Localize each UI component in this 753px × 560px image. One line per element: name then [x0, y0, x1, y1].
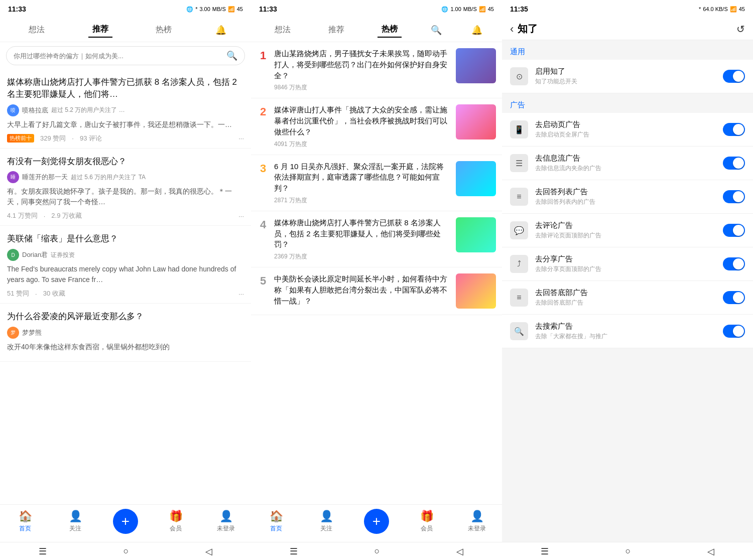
nav-login-2[interactable]: 👤 未登录 — [464, 510, 489, 533]
answer-list-ad-icon: ≡ — [510, 188, 528, 206]
tab-xiang-1[interactable]: 想法 — [25, 23, 49, 37]
settings-item-splash[interactable]: 📱 去启动页广告 去除启动页全屏广告 — [502, 113, 753, 147]
menu-btn-2[interactable]: ☰ — [290, 546, 298, 557]
settings-item-answer-bottom-ad[interactable]: ≡ 去回答底部广告 去除回答底部广告 — [502, 281, 753, 315]
feed-item-2[interactable]: 有没有一刻觉得女朋友很恶心？ 睡 睡莲开的那一天 超过 5.6 万的用户关注了 … — [0, 149, 251, 226]
toggle-comment-ad[interactable] — [723, 224, 745, 237]
member-icon-2: 🎁 — [420, 510, 434, 523]
status-bar-1: 11:33 🌐 * 3.00 MB/S 📶 45 — [0, 0, 251, 18]
panel2: 11:33 🌐 1.00 MB/S 📶 45 想法 推荐 热榜 🔍 🔔 1 唐山… — [251, 0, 502, 560]
hot-rank-4: 4 — [257, 218, 269, 231]
nav-follow-label-2: 关注 — [320, 524, 332, 533]
tab-xiang-2[interactable]: 想法 — [271, 23, 295, 37]
comment-ad-icon: 💬 — [510, 221, 528, 239]
home-btn-1[interactable]: ○ — [123, 546, 129, 556]
hot-item-title-3: 6 月 10 日吴亦凡强奸、聚众淫乱一案开庭，法院将依法择期宣判，庭审透露了哪些… — [274, 161, 451, 194]
feed-author-row-3: D Dorian君 证券投资 — [7, 249, 244, 261]
home-btn-2[interactable]: ○ — [374, 546, 380, 556]
bell-icon-1[interactable]: 🔔 — [215, 25, 226, 36]
back-btn-3[interactable]: ◁ — [707, 546, 714, 557]
hot-item-2[interactable]: 2 媒体评唐山打人事件「挑战了大众的安全感，需让施暴者付出沉重代价」，当社会秩序… — [251, 98, 502, 155]
feed-item-3[interactable]: 美联储「缩表」是什么意思？ D Dorian君 证券投资 The Fed's b… — [0, 226, 251, 304]
speed-label-3: 64.0 KB/S — [703, 6, 728, 12]
nav-member-1[interactable]: 🎁 会员 — [163, 510, 188, 533]
plus-button-2[interactable]: + — [364, 509, 389, 534]
hot-item-5[interactable]: 5 中美防长会谈比原定时间延长半小时，如何看待中方称「如果有人胆敢把台湾分裂出去… — [251, 267, 502, 315]
author-name-2: 睡莲开的那一天 — [22, 173, 68, 182]
tab-hot-2[interactable]: 热榜 — [378, 22, 402, 38]
toggle-feed-ad[interactable] — [723, 157, 745, 170]
home-btn-3[interactable]: ○ — [625, 546, 631, 556]
status-icons-1: 🌐 * 3.00 MB/S 📶 45 — [186, 6, 243, 13]
settings-desc-search-ad: 去除「大家都在搜」与推广 — [535, 332, 716, 341]
feed-1: 媒体称唐山烧烤店打人事件警方已抓获 8 名涉案人员，包括 2 名主要犯罪嫌疑人，… — [0, 69, 251, 504]
hot-rank-5: 5 — [257, 274, 269, 288]
toggle-share-ad[interactable] — [723, 257, 745, 270]
nav-login-1[interactable]: 👤 未登录 — [213, 510, 238, 533]
likes-1: 329 赞同 — [40, 134, 66, 143]
toggle-enable[interactable] — [723, 70, 745, 83]
toggle-answer-list-ad[interactable] — [723, 190, 745, 203]
nav-tabs-1: 想法 推荐 热榜 🔔 — [0, 18, 251, 42]
settings-title: 知了 — [518, 22, 732, 36]
author-tag-3: 证券投资 — [51, 251, 75, 259]
settings-item-share-ad[interactable]: ⤴ 去分享广告 去除分享页面顶部的广告 — [502, 247, 753, 281]
menu-btn-1[interactable]: ☰ — [39, 546, 47, 557]
follow-icon-2: 👤 — [320, 510, 333, 523]
nav-follow-2[interactable]: 👤 关注 — [314, 510, 339, 533]
signal-icon-3: 📶 — [730, 6, 737, 13]
plus-button-1[interactable]: + — [113, 509, 138, 534]
speed-label: 3.00 — [199, 6, 210, 12]
feed-item-1[interactable]: 媒体称唐山烧烤店打人事件警方已抓获 8 名涉案人员，包括 2 名主要犯罪嫌疑人，… — [0, 69, 251, 149]
more-icon-3[interactable]: ··· — [238, 290, 244, 298]
android-nav-2: ☰ ○ ◁ — [251, 542, 502, 560]
time-1: 11:33 — [8, 5, 26, 13]
toggle-answer-bottom-ad[interactable] — [723, 291, 745, 304]
back-btn-2[interactable]: ◁ — [456, 546, 463, 557]
menu-btn-3[interactable]: ☰ — [541, 546, 549, 557]
feed-author-row-2: 睡 睡莲开的那一天 超过 5.6 万的用户关注了 TA — [7, 171, 244, 183]
settings-content: 通用 ⊙ 启用知了 知了功能总开关 广告 📱 去启动页广告 去除启动页全屏广告 … — [502, 40, 753, 542]
hot-item-4[interactable]: 4 媒体称唐山烧烤店打人事件警方已抓获 8 名涉案人员，包括 2 名主要犯罪嫌疑… — [251, 211, 502, 267]
back-btn-1[interactable]: ◁ — [205, 546, 212, 557]
nav-home-2[interactable]: 🏠 首页 — [264, 510, 289, 533]
tab-tui-1[interactable]: 推荐 — [88, 22, 112, 38]
home-icon-2: 🏠 — [270, 510, 283, 523]
back-button[interactable]: ‹ — [510, 23, 514, 36]
tab-tui-2[interactable]: 推荐 — [324, 23, 348, 37]
more-icon-1[interactable]: ··· — [238, 134, 244, 142]
bell-icon-2[interactable]: 🔔 — [471, 25, 482, 36]
nav-member-label-2: 会员 — [421, 524, 433, 533]
nav-home-1[interactable]: 🏠 首页 — [13, 510, 38, 533]
settings-item-answer-list-ad[interactable]: ≡ 去回答列表广告 去除回答列表内的广告 — [502, 180, 753, 214]
member-icon-1: 🎁 — [169, 510, 183, 523]
tab-hot-1[interactable]: 热榜 — [152, 23, 176, 37]
nav-follow-label-1: 关注 — [69, 524, 81, 533]
bottom-nav-1: 🏠 首页 👤 关注 + 🎁 会员 👤 未登录 — [0, 504, 251, 542]
settings-item-text-comment-ad: 去评论广告 去除评论页面顶部的广告 — [535, 221, 716, 240]
more-icon-2[interactable]: ··· — [238, 212, 244, 220]
search-bar-1[interactable]: 🔍 — [6, 46, 245, 65]
settings-item-enable[interactable]: ⊙ 启用知了 知了功能总开关 — [502, 60, 753, 93]
toggle-splash[interactable] — [723, 123, 745, 136]
hot-item-title-2: 媒体评唐山打人事件「挑战了大众的安全感，需让施暴者付出沉重代价」，当社会秩序被挑… — [274, 104, 451, 137]
settings-item-search-ad[interactable]: 🔍 去搜索广告 去除「大家都在搜」与推广 — [502, 315, 753, 348]
feed-item-4[interactable]: 为什么谷爱凌的风评最近变那么多？ 梦 梦梦熊 改开40年来像他这样东食西宿，锅里… — [0, 304, 251, 362]
feed-author-row-4: 梦 梦梦熊 — [7, 327, 244, 339]
toggle-search-ad[interactable] — [723, 325, 745, 338]
nav-member-2[interactable]: 🎁 会员 — [414, 510, 439, 533]
hot-item-content-5: 中美防长会谈比原定时间延长半小时，如何看待中方称「如果有人胆敢把台湾分裂出去，中… — [274, 273, 451, 309]
time-3: 11:35 — [510, 5, 528, 13]
share-ad-icon: ⤴ — [510, 255, 528, 273]
hot-item-1[interactable]: 1 唐山某路烧烤店，男子骚扰女子未果挨骂，随即动手打人，将受到哪些惩罚？出门在外… — [251, 42, 502, 98]
nav-follow-1[interactable]: 👤 关注 — [63, 510, 88, 533]
search-icon-2[interactable]: 🔍 — [431, 25, 442, 36]
panel1: 11:33 🌐 * 3.00 MB/S 📶 45 想法 推荐 热榜 🔔 🔍 媒体… — [0, 0, 251, 560]
settings-item-feed-ad[interactable]: ☰ 去信息流广告 去除信息流内夹杂的广告 — [502, 147, 753, 180]
refresh-button[interactable]: ↺ — [736, 23, 745, 35]
settings-item-comment-ad[interactable]: 💬 去评论广告 去除评论页面顶部的广告 — [502, 214, 753, 247]
sep-1: · — [72, 134, 74, 142]
hot-item-3[interactable]: 3 6 月 10 日吴亦凡强奸、聚众淫乱一案开庭，法院将依法择期宣判，庭审透露了… — [251, 155, 502, 211]
search-input-1[interactable] — [14, 52, 226, 60]
search-icon-1[interactable]: 🔍 — [226, 50, 237, 61]
